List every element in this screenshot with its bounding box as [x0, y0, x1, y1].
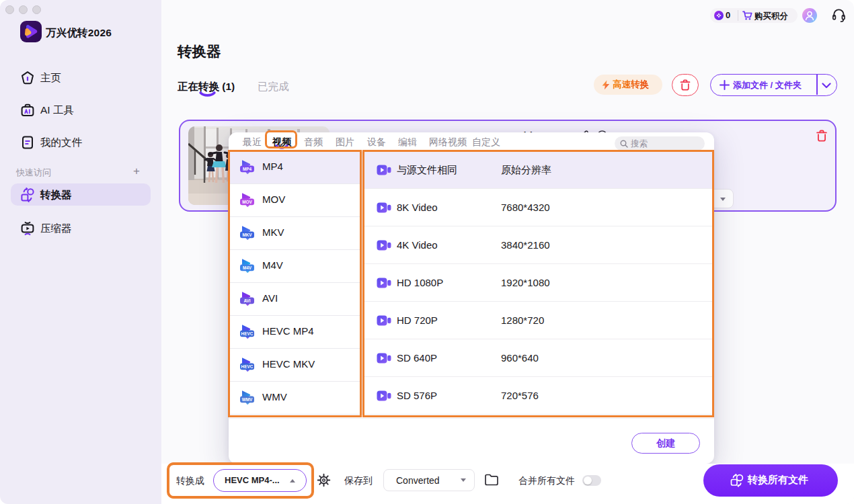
format-option-hevc-mp4[interactable]: HEVC HEVC MP4	[229, 316, 362, 349]
svg-text:WMV: WMV	[242, 397, 253, 402]
svg-text:MP4: MP4	[243, 167, 252, 171]
merge-files-toggle[interactable]	[582, 475, 601, 486]
avatar[interactable]	[802, 8, 817, 23]
resolution-option-6[interactable]: SD 576P 720*576	[362, 377, 714, 415]
video-camera-icon	[377, 276, 391, 290]
save-to-label: 保存到	[344, 475, 373, 487]
resolution-option-1[interactable]: 8K Video 7680*4320	[362, 189, 714, 226]
save-to-dropdown[interactable]: Converted	[383, 469, 475, 491]
resolution-value: 1920*1080	[501, 277, 550, 288]
quick-access-add-button[interactable]: +	[130, 165, 143, 177]
add-files-label: 添加文件 / 文件夹	[733, 79, 802, 91]
caret-up-icon	[290, 479, 295, 482]
format-file-icon: MP4	[239, 159, 258, 176]
svg-text:MOV: MOV	[242, 200, 252, 204]
page-title: 转换器	[178, 42, 221, 61]
convert-to-dropdown[interactable]: HEVC MP4-...	[213, 469, 307, 492]
svg-text:HEVC: HEVC	[241, 364, 254, 369]
support-headset-icon[interactable]	[832, 7, 846, 23]
popup-tab-3[interactable]: 图片	[336, 136, 354, 149]
resolution-value: 原始分辨率	[501, 164, 551, 177]
format-option-wmv[interactable]: WMV WMV	[229, 382, 362, 415]
divider	[738, 10, 738, 21]
window-zoom-button[interactable]	[32, 5, 41, 14]
active-tab-underline	[199, 91, 216, 97]
delete-task-icon[interactable]	[816, 130, 828, 142]
resolution-option-2[interactable]: 4K Video 3840*2160	[362, 226, 714, 264]
plus-icon	[720, 80, 730, 90]
search-box[interactable]: 搜索	[615, 136, 705, 151]
sidebar-item-compressor[interactable]: 压缩器	[0, 217, 161, 240]
sidebar-item-label: 压缩器	[40, 222, 72, 236]
sidebar-item-label: 我的文件	[40, 136, 82, 150]
convert-all-label: 转换所有文件	[748, 474, 808, 487]
video-camera-icon	[377, 163, 391, 177]
divider	[816, 75, 818, 95]
format-option-m4v[interactable]: M4V M4V	[229, 250, 362, 283]
trash-icon	[680, 79, 691, 91]
resolution-name: HD 720P	[397, 314, 438, 326]
compressor-icon	[20, 221, 35, 236]
app-window: 万兴优转2026 主页 AI 工具 我的文件 快速访问 + 转换器 压缩器	[0, 0, 854, 504]
video-camera-icon	[377, 389, 391, 403]
create-custom-button[interactable]: 创建	[631, 433, 700, 454]
tab-completed[interactable]: 已完成	[258, 80, 289, 94]
video-camera-icon	[377, 314, 391, 327]
format-label: M4V	[262, 259, 283, 271]
add-files-chevron-down-icon[interactable]	[822, 83, 831, 89]
bottom-bar: 转换成 HEVC MP4-... 保存到 Converted 合并所有文件	[161, 464, 854, 504]
format-label: MKV	[262, 226, 284, 238]
sidebar-item-my-files[interactable]: 我的文件	[0, 131, 161, 154]
resolution-value: 3840*2160	[501, 239, 550, 251]
format-list: MP4 MP4 MOV MOV MKV MKV M4V	[229, 151, 362, 415]
window-minimize-button[interactable]	[19, 5, 28, 14]
resolution-option-5[interactable]: SD 640P 960*640	[362, 339, 714, 377]
popup-tab-0[interactable]: 最近	[243, 136, 262, 149]
format-option-hevc-mkv[interactable]: HEVC HEVC MKV	[229, 349, 362, 382]
resolution-name: 与源文件相同	[397, 164, 457, 177]
popup-active-tab-underline	[275, 144, 288, 150]
add-files-button[interactable]: 添加文件 / 文件夹	[710, 74, 837, 96]
sidebar: 万兴优转2026 主页 AI 工具 我的文件 快速访问 + 转换器 压缩器	[0, 0, 161, 504]
popup-tab-2[interactable]: 音频	[304, 136, 323, 149]
video-camera-icon	[377, 239, 391, 252]
sidebar-item-label: 转换器	[40, 188, 72, 202]
sidebar-item-converter[interactable]: 转换器	[0, 183, 161, 206]
format-option-avi[interactable]: AVI AVI	[229, 283, 362, 316]
popup-tab-4[interactable]: 设备	[367, 136, 386, 149]
chevron-down-icon	[720, 198, 726, 201]
home-icon	[20, 71, 35, 85]
format-label: MP4	[262, 161, 283, 172]
format-file-icon: AVI	[239, 291, 258, 308]
sidebar-item-home[interactable]: 主页	[0, 67, 161, 89]
popup-tab-5[interactable]: 编辑	[398, 136, 417, 149]
format-file-icon: MOV	[239, 192, 258, 209]
convert-to-value: HEVC MP4-...	[225, 475, 280, 485]
clear-tasks-button[interactable]	[672, 74, 699, 96]
format-option-mkv[interactable]: MKV MKV	[229, 217, 362, 250]
open-folder-icon[interactable]	[484, 473, 499, 487]
svg-text:HEVC: HEVC	[241, 331, 254, 336]
window-close-button[interactable]	[5, 5, 14, 14]
format-option-mp4[interactable]: MP4 MP4	[229, 151, 362, 184]
credit-count[interactable]: 0	[726, 10, 730, 20]
settings-gear-icon[interactable]	[317, 473, 331, 487]
popup-tab-6[interactable]: 网络视频	[429, 136, 467, 149]
search-icon	[620, 140, 628, 148]
resolution-option-4[interactable]: HD 720P 1280*720	[362, 302, 714, 339]
resolution-name: SD 576P	[397, 390, 437, 401]
format-option-mov[interactable]: MOV MOV	[229, 184, 362, 217]
user-credit-bar: 0 购买积分	[710, 8, 798, 23]
format-picker-popup: 最近视频音频图片设备编辑网络视频自定义 搜索 MP4 MP4 MOV	[229, 132, 714, 464]
resolution-option-0[interactable]: 与源文件相同 原始分辨率	[362, 151, 714, 189]
format-file-icon: M4V	[239, 258, 258, 275]
resolution-name: 4K Video	[397, 239, 438, 251]
sidebar-item-ai-tools[interactable]: AI 工具	[0, 99, 161, 122]
convert-all-button[interactable]: 转换所有文件	[703, 464, 838, 497]
video-camera-icon	[377, 201, 391, 214]
format-label: WMV	[262, 391, 287, 403]
buy-credits-button[interactable]: 购买积分	[754, 11, 788, 22]
fast-convert-button[interactable]: 高速转换	[594, 75, 662, 95]
resolution-option-3[interactable]: HD 1080P 1920*1080	[362, 264, 714, 302]
popup-tab-7[interactable]: 自定义	[472, 136, 500, 149]
